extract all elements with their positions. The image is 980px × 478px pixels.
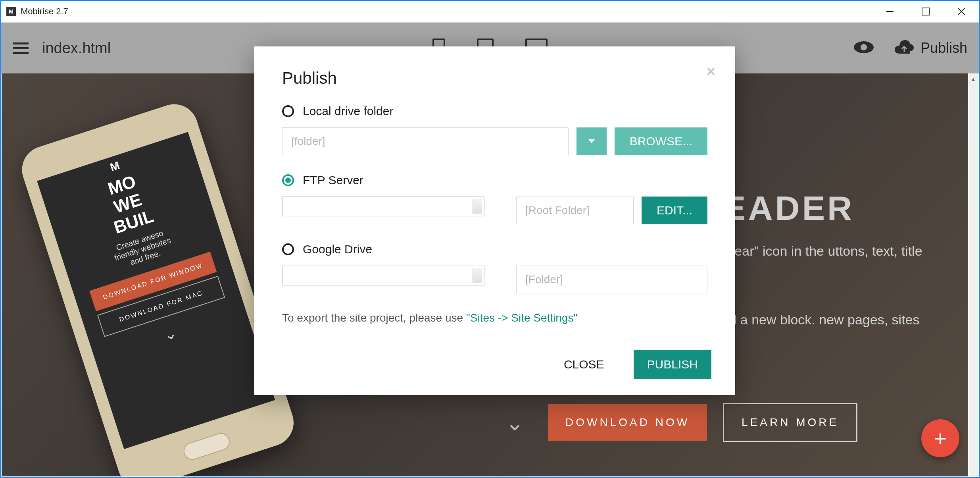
svg-rect-1: [922, 8, 929, 15]
phone-chevron-down-icon: ⌄: [161, 323, 179, 344]
maximize-button[interactable]: [908, 1, 943, 22]
ftp-edit-button[interactable]: EDIT...: [642, 197, 707, 224]
option-gdrive-label: Google Drive: [303, 243, 372, 256]
gdrive-folder-input[interactable]: [Folder]: [516, 266, 707, 293]
window-title: Mobirise 2.7: [21, 6, 68, 17]
dialog-title: Publish: [282, 69, 707, 88]
option-google-drive[interactable]: Google Drive: [282, 243, 707, 256]
page-title: index.html: [42, 40, 111, 57]
radio-icon[interactable]: [282, 105, 294, 117]
learn-more-button[interactable]: LEARN MORE: [723, 403, 857, 442]
download-now-button[interactable]: DOWNLOAD NOW: [548, 404, 707, 441]
option-ftp-server[interactable]: FTP Server: [282, 173, 707, 187]
publish-label: Publish: [920, 40, 967, 56]
radio-icon[interactable]: [282, 174, 294, 186]
phone-logo: M: [109, 158, 123, 174]
gdrive-account-select[interactable]: [282, 266, 484, 285]
dialog-close-icon[interactable]: ×: [707, 63, 715, 80]
radio-icon[interactable]: [282, 243, 294, 255]
ftp-root-input[interactable]: [Root Folder]: [516, 197, 634, 224]
hero-cta-row: ⌄ DOWNLOAD NOW LEARN MORE: [505, 403, 857, 442]
app-icon: M: [6, 7, 16, 16]
local-folder-input[interactable]: [folder]: [282, 127, 569, 155]
scroll-up-arrow-icon[interactable]: ▴: [968, 73, 978, 84]
publish-button[interactable]: Publish: [894, 40, 967, 56]
option-local-label: Local drive folder: [303, 104, 393, 118]
svg-point-5: [861, 44, 867, 50]
dialog-close-button[interactable]: CLOSE: [550, 350, 618, 379]
window-controls: [872, 1, 979, 22]
option-local-drive[interactable]: Local drive folder: [282, 104, 707, 118]
title-bar: M Mobirise 2.7: [1, 1, 979, 23]
close-window-button[interactable]: [943, 1, 979, 22]
preview-icon[interactable]: [853, 40, 874, 56]
ftp-server-select[interactable]: [282, 197, 484, 216]
publish-dialog: Publish × Local drive folder [folder] BR…: [254, 46, 735, 395]
add-block-fab[interactable]: +: [921, 419, 959, 457]
phone-home-button: [181, 431, 232, 462]
browse-button[interactable]: BROWSE...: [615, 127, 707, 155]
dialog-publish-button[interactable]: PUBLISH: [634, 350, 711, 379]
export-note-text: To export the site project, please use: [282, 312, 466, 324]
local-folder-dropdown[interactable]: [576, 127, 607, 155]
plus-icon: +: [934, 426, 947, 451]
menu-icon[interactable]: [13, 42, 29, 54]
option-ftp-label: FTP Server: [303, 173, 363, 187]
vertical-scrollbar[interactable]: ▴: [968, 73, 978, 476]
minimize-button[interactable]: [872, 1, 908, 22]
chevron-down-icon: ⌄: [505, 410, 524, 436]
site-settings-link[interactable]: "Sites -> Site Settings": [466, 312, 578, 324]
export-note: To export the site project, please use "…: [282, 312, 707, 324]
